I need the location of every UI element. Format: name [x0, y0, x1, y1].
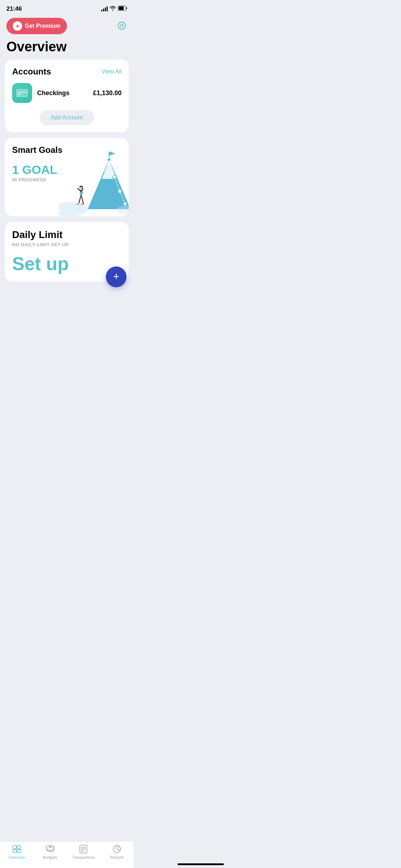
header-row: ★ Get Premium [0, 16, 134, 38]
get-premium-button[interactable]: ★ Get Premium [6, 18, 67, 34]
premium-label: Get Premium [25, 23, 61, 29]
account-name: Checkings [37, 89, 88, 97]
svg-marker-14 [109, 151, 115, 156]
account-row: Checkings £1,130.00 [12, 83, 122, 103]
accounts-card-title: Accounts [12, 67, 51, 77]
svg-point-3 [118, 22, 125, 29]
smart-goals-card: Smart Goals 1 GOAL IN PROGRESS [5, 138, 129, 216]
add-fab-button[interactable]: + [106, 267, 127, 287]
daily-limit-subtitle: NO DAILY LIMIT SET UP [12, 242, 122, 247]
svg-rect-6 [17, 92, 27, 93]
plus-icon: + [113, 271, 119, 282]
accounts-card-header: Accounts View All [12, 67, 122, 77]
svg-point-12 [123, 202, 127, 206]
view-all-link[interactable]: View All [102, 68, 122, 75]
premium-star-icon: ★ [13, 21, 22, 31]
svg-point-2 [120, 24, 123, 27]
wifi-icon [110, 6, 116, 12]
svg-rect-4 [16, 89, 28, 97]
status-icons [101, 6, 127, 12]
signal-icon [101, 6, 108, 11]
daily-limit-title: Daily Limit [12, 229, 122, 241]
account-icon [12, 83, 32, 103]
gear-icon [117, 27, 127, 32]
svg-rect-1 [119, 6, 124, 10]
account-balance: £1,130.00 [93, 89, 122, 97]
battery-icon [118, 6, 127, 12]
mountain-illustration [59, 149, 129, 216]
status-bar: 21:46 [0, 0, 134, 16]
accounts-card: Accounts View All Checkings £1,130.00 Ad… [5, 60, 129, 132]
svg-rect-8 [18, 94, 21, 94]
page-title: Overview [0, 38, 134, 60]
status-time: 21:46 [6, 5, 22, 12]
settings-button[interactable] [117, 20, 127, 32]
add-account-button[interactable]: Add Account [40, 110, 94, 125]
setup-text: Set up [12, 253, 122, 274]
